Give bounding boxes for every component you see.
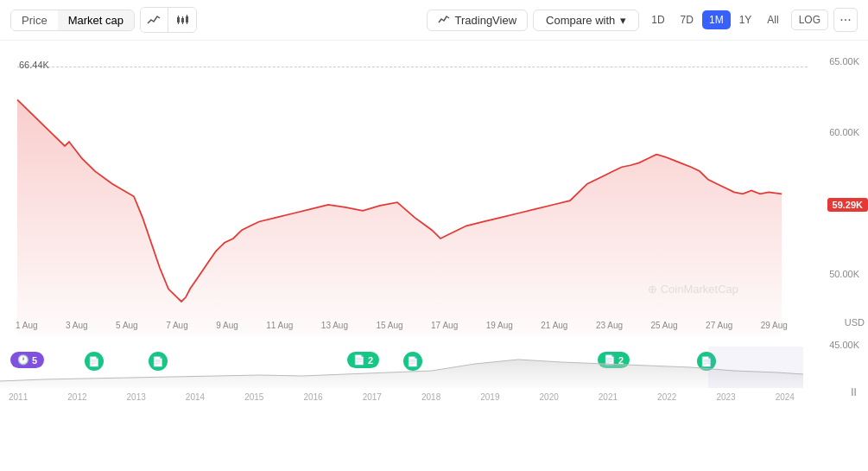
time-all-btn[interactable]: All [760,10,785,29]
time-1y-btn[interactable]: 1Y [732,10,759,29]
y-label-50: 50.00K [829,269,865,279]
more-icon: ··· [839,12,851,28]
chart-container: 66.44K ⊕ CoinMarketCap 65.00K 60.00K 55.… [0,41,868,404]
compare-label: Compare with [546,14,615,27]
tradingview-btn[interactable]: TradingView [427,10,529,31]
svg-rect-0 [177,17,180,22]
time-1m-btn[interactable]: 1M [702,10,731,29]
pause-icon[interactable]: ⏸ [848,385,859,398]
chevron-down-icon: ▾ [620,14,626,27]
current-price-badge: 59.29K [827,198,868,212]
candle-chart-btn[interactable] [168,8,196,32]
more-btn[interactable]: ··· [833,8,858,32]
mini-chart [0,347,803,388]
time-7d-btn[interactable]: 7D [674,10,700,29]
y-label-60: 60.00K [829,127,865,137]
chart-type-group [140,7,197,33]
svg-text:⊕ CoinMarketCap: ⊕ CoinMarketCap [648,283,738,296]
market-cap-tab[interactable]: Market cap [58,10,134,30]
x-axis: 1 Aug 3 Aug 5 Aug 7 Aug 9 Aug 11 Aug 13 … [0,321,803,330]
compare-btn[interactable]: Compare with ▾ [533,10,639,31]
svg-rect-10 [708,347,803,388]
toolbar: Price Market cap Tr [0,0,868,41]
time-1d-btn[interactable]: 1D [644,10,671,29]
log-btn[interactable]: LOG [791,10,828,30]
svg-rect-6 [186,16,188,22]
tradingview-label: TradingView [455,14,517,27]
y-label-45: 45.00K [829,340,865,350]
main-chart-svg: ⊕ CoinMarketCap [0,49,803,360]
y-label-65: 65.00K [829,56,865,67]
price-tab[interactable]: Price [11,10,58,30]
line-chart-btn[interactable] [141,8,168,32]
usd-label: USD [845,317,865,328]
price-marketcap-tabs: Price Market cap [10,10,135,31]
svg-rect-3 [181,18,184,22]
time-range-group: 1D 7D 1M 1Y All [644,10,785,29]
year-axis: 2011 2012 2013 2014 2015 2016 2017 2018 … [0,392,803,402]
